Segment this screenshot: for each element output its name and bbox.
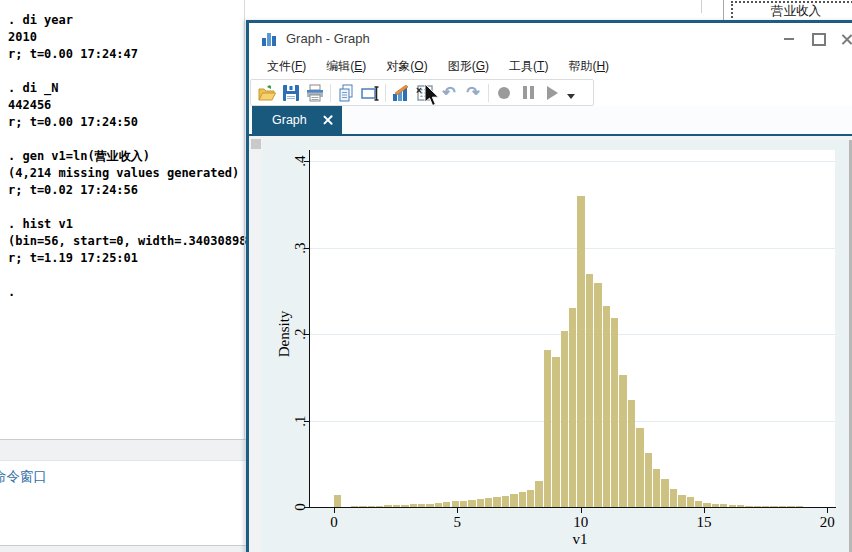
y-tick-label: .3	[292, 242, 309, 253]
histogram-bar	[636, 428, 643, 507]
print-button[interactable]	[303, 81, 327, 105]
play-icon	[547, 86, 558, 100]
redo-icon: ↷	[466, 85, 479, 101]
histogram-bar	[485, 498, 492, 507]
record-button[interactable]	[492, 81, 516, 105]
command-pane-header	[0, 440, 246, 460]
rename-button[interactable]	[358, 81, 382, 105]
graph-tab-label: Graph	[272, 113, 307, 127]
histogram-bar	[577, 196, 584, 507]
histogram-bar	[468, 500, 475, 507]
y-tick-label: .2	[292, 328, 309, 339]
tab-close-icon[interactable]	[323, 115, 333, 125]
graph-editor-button[interactable]	[389, 81, 413, 105]
histogram-bar	[586, 274, 593, 507]
save-button[interactable]	[279, 81, 303, 105]
menu-item-E[interactable]: 编辑(E)	[316, 55, 376, 78]
x-tick-label: 0	[330, 514, 338, 531]
graph-editor-icon	[391, 83, 411, 103]
mouse-cursor	[424, 83, 441, 108]
histogram-bar	[687, 497, 694, 507]
histogram-bar	[661, 479, 668, 507]
y-tick-label: 0	[292, 503, 309, 511]
menu-bar: 文件(F)编辑(E)对象(O)图形(G)工具(T)帮助(H)	[257, 55, 619, 78]
histogram-bar	[493, 497, 500, 507]
maximize-button[interactable]	[806, 27, 832, 51]
minimize-icon	[784, 38, 794, 40]
histogram-bar	[477, 499, 484, 507]
record-icon	[498, 87, 510, 99]
variables-pane-cell[interactable]: 营业收入	[731, 1, 852, 22]
y-gridline	[310, 248, 835, 249]
graph-tab[interactable]: Graph	[252, 106, 342, 134]
x-tick	[334, 508, 335, 513]
menu-item-G[interactable]: 图形(G)	[438, 55, 499, 78]
redo-button[interactable]: ↷	[461, 81, 485, 105]
pause-icon	[523, 86, 534, 99]
histogram-bar	[544, 350, 551, 507]
histogram-bar	[594, 283, 601, 507]
graph-canvas: Density v1 0.1.2.3.405101520	[262, 140, 849, 552]
x-tick-label: 10	[573, 514, 588, 531]
menu-item-F[interactable]: 文件(F)	[257, 55, 316, 78]
undo-icon: ↶	[442, 85, 455, 101]
maximize-icon	[812, 33, 826, 46]
histogram-bar	[619, 375, 626, 507]
open-graph-icon	[257, 83, 277, 103]
pause-button[interactable]	[516, 81, 540, 105]
x-axis-label: v1	[573, 531, 588, 548]
rename-icon	[360, 83, 380, 103]
histogram-bar	[561, 331, 568, 507]
print-icon	[305, 83, 325, 103]
histogram-bar	[569, 308, 576, 507]
histogram-bar	[670, 489, 677, 507]
command-pane-title: 命令窗口	[0, 468, 47, 486]
pane-divider	[701, 0, 702, 13]
histogram-bar	[535, 481, 542, 507]
x-tick	[457, 508, 458, 513]
x-axis-line	[309, 507, 836, 508]
x-tick	[704, 508, 705, 513]
x-tick	[581, 508, 582, 513]
toolbar-separator	[385, 84, 386, 102]
graph-client-area: Density v1 0.1.2.3.405101520	[249, 136, 852, 552]
x-tick	[827, 508, 828, 513]
command-pane-header-edge	[0, 460, 246, 461]
plot-area	[310, 150, 835, 507]
histogram-bar	[552, 357, 559, 507]
graph-window: Graph - Graph 文件(F)编辑(E)对象(O)图形(G)工具(T)帮…	[246, 20, 852, 552]
tab-strip: Graph	[249, 106, 852, 134]
play-button[interactable]	[540, 81, 564, 105]
y-gridline	[310, 161, 835, 162]
minimize-button[interactable]	[776, 27, 802, 51]
toolbar-separator	[330, 84, 331, 102]
x-tick-label: 5	[454, 514, 462, 531]
x-tick-label: 15	[696, 514, 711, 531]
results-output: . di year 2010 r; t=0.00 17:24:47 . di _…	[8, 12, 254, 301]
variable-name-label: 营业收入	[771, 3, 821, 20]
histogram-bar	[645, 453, 652, 507]
menu-item-H[interactable]: 帮助(H)	[558, 55, 619, 78]
close-button[interactable]	[834, 27, 852, 51]
histogram-bar	[519, 492, 526, 507]
histogram-bar	[510, 494, 517, 507]
histogram-bar	[527, 490, 534, 507]
histogram-bar	[502, 496, 509, 507]
histogram-bar	[628, 400, 635, 507]
graph-app-icon	[261, 31, 277, 47]
open-graph-button[interactable]	[255, 81, 279, 105]
toolbar: ↶ ↷	[250, 79, 594, 106]
menu-item-T[interactable]: 工具(T)	[499, 55, 558, 78]
title-bar[interactable]: Graph - Graph	[249, 23, 852, 55]
copy-icon	[336, 83, 356, 103]
y-axis-label: Density	[276, 311, 293, 358]
menu-item-O[interactable]: 对象(O)	[376, 55, 437, 78]
window-title: Graph - Graph	[286, 31, 370, 46]
histogram-bar	[611, 318, 618, 507]
results-pane-edge	[244, 0, 245, 439]
histogram-bar	[603, 306, 610, 507]
toolbar-more-button[interactable]	[564, 81, 578, 105]
close-icon	[841, 33, 852, 45]
toolbar-separator	[488, 84, 489, 102]
copy-button[interactable]	[334, 81, 358, 105]
